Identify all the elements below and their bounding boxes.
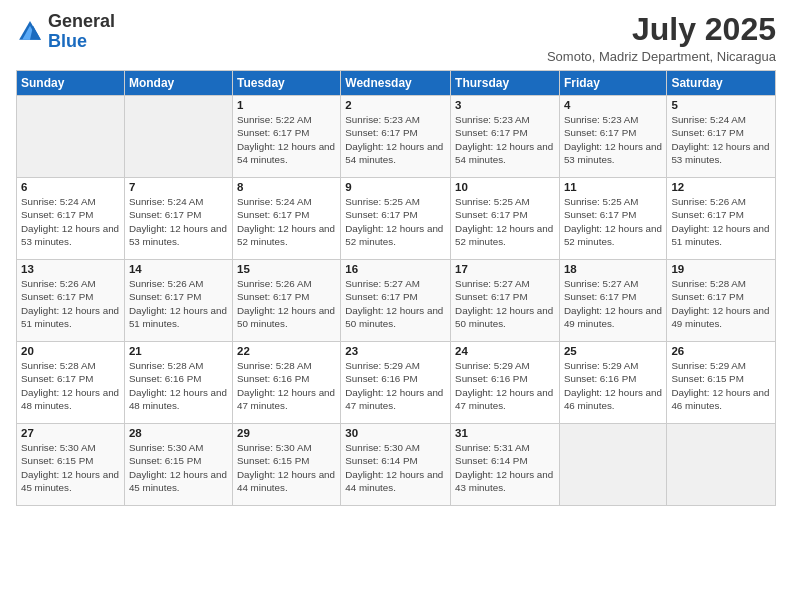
day-number: 27 <box>21 427 120 439</box>
day-number: 11 <box>564 181 662 193</box>
day-number: 3 <box>455 99 555 111</box>
table-row: 20Sunrise: 5:28 AM Sunset: 6:17 PM Dayli… <box>17 342 125 424</box>
day-number: 30 <box>345 427 446 439</box>
table-row: 27Sunrise: 5:30 AM Sunset: 6:15 PM Dayli… <box>17 424 125 506</box>
day-number: 1 <box>237 99 336 111</box>
day-info: Sunrise: 5:30 AM Sunset: 6:15 PM Dayligh… <box>21 441 120 494</box>
day-number: 5 <box>671 99 771 111</box>
table-row: 22Sunrise: 5:28 AM Sunset: 6:16 PM Dayli… <box>232 342 340 424</box>
day-number: 23 <box>345 345 446 357</box>
logo-icon <box>16 18 44 46</box>
day-number: 24 <box>455 345 555 357</box>
table-row <box>124 96 232 178</box>
table-row: 16Sunrise: 5:27 AM Sunset: 6:17 PM Dayli… <box>341 260 451 342</box>
logo-general-text: General <box>48 11 115 31</box>
day-info: Sunrise: 5:29 AM Sunset: 6:16 PM Dayligh… <box>564 359 662 412</box>
col-monday: Monday <box>124 71 232 96</box>
day-number: 14 <box>129 263 228 275</box>
table-row: 17Sunrise: 5:27 AM Sunset: 6:17 PM Dayli… <box>451 260 560 342</box>
table-row: 7Sunrise: 5:24 AM Sunset: 6:17 PM Daylig… <box>124 178 232 260</box>
day-info: Sunrise: 5:22 AM Sunset: 6:17 PM Dayligh… <box>237 113 336 166</box>
table-row: 24Sunrise: 5:29 AM Sunset: 6:16 PM Dayli… <box>451 342 560 424</box>
col-tuesday: Tuesday <box>232 71 340 96</box>
table-row: 19Sunrise: 5:28 AM Sunset: 6:17 PM Dayli… <box>667 260 776 342</box>
day-info: Sunrise: 5:29 AM Sunset: 6:15 PM Dayligh… <box>671 359 771 412</box>
table-row: 8Sunrise: 5:24 AM Sunset: 6:17 PM Daylig… <box>232 178 340 260</box>
col-thursday: Thursday <box>451 71 560 96</box>
day-info: Sunrise: 5:28 AM Sunset: 6:16 PM Dayligh… <box>129 359 228 412</box>
table-row: 11Sunrise: 5:25 AM Sunset: 6:17 PM Dayli… <box>559 178 666 260</box>
day-number: 21 <box>129 345 228 357</box>
table-row: 31Sunrise: 5:31 AM Sunset: 6:14 PM Dayli… <box>451 424 560 506</box>
day-number: 13 <box>21 263 120 275</box>
table-row: 13Sunrise: 5:26 AM Sunset: 6:17 PM Dayli… <box>17 260 125 342</box>
day-info: Sunrise: 5:28 AM Sunset: 6:17 PM Dayligh… <box>671 277 771 330</box>
day-info: Sunrise: 5:29 AM Sunset: 6:16 PM Dayligh… <box>455 359 555 412</box>
title-block: July 2025 Somoto, Madriz Department, Nic… <box>547 12 776 64</box>
table-row: 21Sunrise: 5:28 AM Sunset: 6:16 PM Dayli… <box>124 342 232 424</box>
table-row: 26Sunrise: 5:29 AM Sunset: 6:15 PM Dayli… <box>667 342 776 424</box>
table-row: 29Sunrise: 5:30 AM Sunset: 6:15 PM Dayli… <box>232 424 340 506</box>
day-number: 17 <box>455 263 555 275</box>
day-info: Sunrise: 5:27 AM Sunset: 6:17 PM Dayligh… <box>455 277 555 330</box>
day-number: 15 <box>237 263 336 275</box>
day-info: Sunrise: 5:26 AM Sunset: 6:17 PM Dayligh… <box>237 277 336 330</box>
day-number: 2 <box>345 99 446 111</box>
table-row: 9Sunrise: 5:25 AM Sunset: 6:17 PM Daylig… <box>341 178 451 260</box>
day-info: Sunrise: 5:24 AM Sunset: 6:17 PM Dayligh… <box>237 195 336 248</box>
day-number: 9 <box>345 181 446 193</box>
day-number: 25 <box>564 345 662 357</box>
page: General Blue July 2025 Somoto, Madriz De… <box>0 0 792 612</box>
day-number: 22 <box>237 345 336 357</box>
logo-blue-text: Blue <box>48 31 87 51</box>
table-row: 15Sunrise: 5:26 AM Sunset: 6:17 PM Dayli… <box>232 260 340 342</box>
table-row <box>667 424 776 506</box>
day-info: Sunrise: 5:28 AM Sunset: 6:16 PM Dayligh… <box>237 359 336 412</box>
table-row <box>17 96 125 178</box>
day-info: Sunrise: 5:26 AM Sunset: 6:17 PM Dayligh… <box>671 195 771 248</box>
day-number: 4 <box>564 99 662 111</box>
table-row: 10Sunrise: 5:25 AM Sunset: 6:17 PM Dayli… <box>451 178 560 260</box>
table-row: 14Sunrise: 5:26 AM Sunset: 6:17 PM Dayli… <box>124 260 232 342</box>
day-info: Sunrise: 5:24 AM Sunset: 6:17 PM Dayligh… <box>21 195 120 248</box>
table-row: 25Sunrise: 5:29 AM Sunset: 6:16 PM Dayli… <box>559 342 666 424</box>
day-number: 12 <box>671 181 771 193</box>
day-info: Sunrise: 5:27 AM Sunset: 6:17 PM Dayligh… <box>564 277 662 330</box>
table-row: 30Sunrise: 5:30 AM Sunset: 6:14 PM Dayli… <box>341 424 451 506</box>
table-row: 6Sunrise: 5:24 AM Sunset: 6:17 PM Daylig… <box>17 178 125 260</box>
day-info: Sunrise: 5:26 AM Sunset: 6:17 PM Dayligh… <box>21 277 120 330</box>
table-row: 28Sunrise: 5:30 AM Sunset: 6:15 PM Dayli… <box>124 424 232 506</box>
day-info: Sunrise: 5:29 AM Sunset: 6:16 PM Dayligh… <box>345 359 446 412</box>
table-row: 1Sunrise: 5:22 AM Sunset: 6:17 PM Daylig… <box>232 96 340 178</box>
table-row: 5Sunrise: 5:24 AM Sunset: 6:17 PM Daylig… <box>667 96 776 178</box>
day-info: Sunrise: 5:28 AM Sunset: 6:17 PM Dayligh… <box>21 359 120 412</box>
col-saturday: Saturday <box>667 71 776 96</box>
calendar-table: Sunday Monday Tuesday Wednesday Thursday… <box>16 70 776 506</box>
table-row: 3Sunrise: 5:23 AM Sunset: 6:17 PM Daylig… <box>451 96 560 178</box>
day-info: Sunrise: 5:26 AM Sunset: 6:17 PM Dayligh… <box>129 277 228 330</box>
day-number: 6 <box>21 181 120 193</box>
day-number: 10 <box>455 181 555 193</box>
day-info: Sunrise: 5:25 AM Sunset: 6:17 PM Dayligh… <box>455 195 555 248</box>
day-number: 8 <box>237 181 336 193</box>
col-friday: Friday <box>559 71 666 96</box>
day-number: 28 <box>129 427 228 439</box>
day-number: 29 <box>237 427 336 439</box>
day-number: 20 <box>21 345 120 357</box>
col-wednesday: Wednesday <box>341 71 451 96</box>
logo: General Blue <box>16 12 115 52</box>
day-info: Sunrise: 5:30 AM Sunset: 6:15 PM Dayligh… <box>237 441 336 494</box>
day-info: Sunrise: 5:30 AM Sunset: 6:14 PM Dayligh… <box>345 441 446 494</box>
day-info: Sunrise: 5:24 AM Sunset: 6:17 PM Dayligh… <box>129 195 228 248</box>
day-number: 26 <box>671 345 771 357</box>
day-info: Sunrise: 5:23 AM Sunset: 6:17 PM Dayligh… <box>455 113 555 166</box>
day-number: 18 <box>564 263 662 275</box>
month-year: July 2025 <box>547 12 776 47</box>
table-row: 18Sunrise: 5:27 AM Sunset: 6:17 PM Dayli… <box>559 260 666 342</box>
header: General Blue July 2025 Somoto, Madriz De… <box>16 12 776 64</box>
table-row: 12Sunrise: 5:26 AM Sunset: 6:17 PM Dayli… <box>667 178 776 260</box>
day-info: Sunrise: 5:23 AM Sunset: 6:17 PM Dayligh… <box>345 113 446 166</box>
table-row: 23Sunrise: 5:29 AM Sunset: 6:16 PM Dayli… <box>341 342 451 424</box>
day-info: Sunrise: 5:23 AM Sunset: 6:17 PM Dayligh… <box>564 113 662 166</box>
table-row: 2Sunrise: 5:23 AM Sunset: 6:17 PM Daylig… <box>341 96 451 178</box>
